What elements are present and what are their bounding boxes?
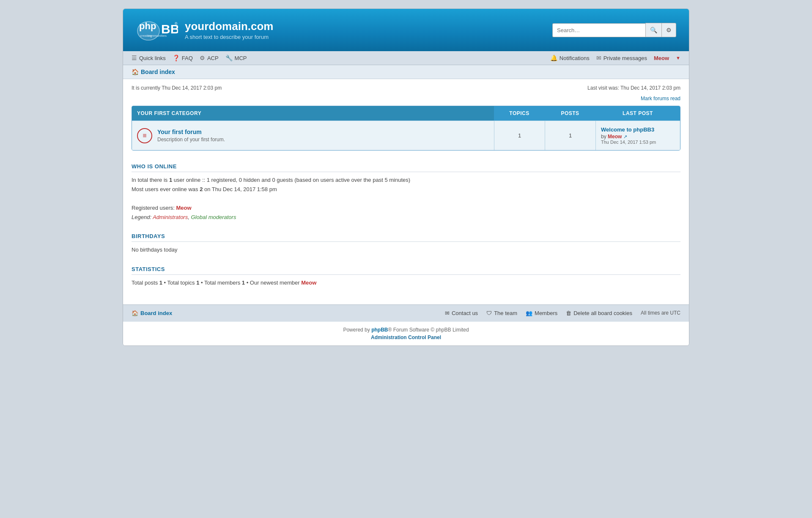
birthdays-heading: BIRTHDAYS <box>132 229 680 242</box>
newest-member[interactable]: Meow <box>301 280 316 286</box>
posts-count: 1 <box>569 132 572 139</box>
board-index-breadcrumb[interactable]: 🏠 Board index <box>132 69 680 75</box>
navbar-right: 🔔 Notifications ✉ Private messages Meow … <box>550 55 680 61</box>
faq-link[interactable]: ❓ FAQ <box>173 55 193 61</box>
forum-table: YOUR FIRST CATEGORY TOPICS POSTS LAST PO… <box>132 106 680 151</box>
last-post-cell: Welcome to phpBB3 by Meow ↗ Thu Dec 14, … <box>595 121 680 150</box>
dropdown-arrow-icon[interactable]: ▼ <box>676 55 680 60</box>
footer-links: ✉ Contact us 🛡 The team 👥 Members 🗑 Dele… <box>445 310 680 316</box>
who-is-online-section: WHO IS ONLINE In total there is 1 user o… <box>132 159 680 222</box>
by-label: by <box>601 134 606 140</box>
svg-text:php: php <box>139 21 156 31</box>
forum-icon: ≡ <box>137 128 152 143</box>
site-tagline: A short text to describe your forum <box>185 34 273 40</box>
header-logo-area: php creating communities BB ® yourdomain… <box>136 17 273 43</box>
total-posts: 1 <box>159 280 162 286</box>
private-messages-link[interactable]: ✉ Private messages <box>596 55 647 61</box>
footer-home-icon: 🏠 <box>132 310 138 316</box>
forum-details: Your first forum Description of your fir… <box>157 129 225 143</box>
phpbb-logo: php creating communities BB ® <box>136 17 178 43</box>
question-icon: ❓ <box>173 55 180 61</box>
posts-cell: 1 <box>545 121 595 150</box>
the-team-link[interactable]: 🛡 The team <box>486 310 517 316</box>
birthdays-content: No birthdays today <box>132 245 680 255</box>
quick-links-menu[interactable]: ☰ Quick links <box>132 55 166 61</box>
online-line1: In total there is 1 user online :: 1 reg… <box>132 175 680 185</box>
mark-forums-read-link[interactable]: Mark forums read <box>641 96 680 101</box>
registered-username[interactable]: Meow <box>176 205 192 211</box>
footer-bottom: Powered by phpBB® Forum Software © phpBB… <box>123 321 689 345</box>
username-display[interactable]: Meow <box>654 55 669 61</box>
envelope-icon: ✉ <box>596 55 601 61</box>
delete-cookies-link[interactable]: 🗑 Delete all board cookies <box>566 310 632 316</box>
gear-icon: ⚙ <box>200 55 205 61</box>
view-icon: ↗ <box>623 134 627 139</box>
who-is-online-content: In total there is 1 user online :: 1 reg… <box>132 175 680 222</box>
navigation-bar: ☰ Quick links ❓ FAQ ⚙ ACP 🔧 MCP 🔔 Notifi… <box>123 51 689 65</box>
posts-header: POSTS <box>545 106 595 121</box>
who-is-online-heading: WHO IS ONLINE <box>132 159 680 172</box>
envelope-icon: ✉ <box>445 310 450 316</box>
footer-board-index: 🏠 Board index <box>132 310 172 316</box>
timezone-display: All times are UTC <box>641 310 680 316</box>
total-members: 1 <box>242 280 245 286</box>
legend-line: Legend: Administrators, Global moderator… <box>132 213 680 222</box>
acp-link[interactable]: ⚙ ACP <box>200 55 219 61</box>
members-icon: 👥 <box>526 310 532 316</box>
registered-users-line: Registered users: Meow <box>132 203 680 213</box>
footer-board-index-link[interactable]: 🏠 Board index <box>132 310 172 316</box>
max-online: 2 <box>200 186 203 192</box>
category-name-header: YOUR FIRST CATEGORY <box>132 106 494 121</box>
site-title-area: yourdomain.com A short text to describe … <box>185 20 273 40</box>
search-input[interactable] <box>552 23 645 37</box>
members-link[interactable]: 👥 Members <box>526 310 557 316</box>
last-visit: Last visit was: Thu Dec 14, 2017 2:03 pm <box>587 85 680 91</box>
mcp-link[interactable]: 🔧 MCP <box>225 55 247 61</box>
forum-description: Description of your first forum. <box>157 137 225 143</box>
topics-cell: 1 <box>494 121 545 150</box>
svg-text:®: ® <box>175 22 178 26</box>
breadcrumb-bar: 🏠 Board index <box>123 65 689 79</box>
powered-by-text: Powered by <box>343 327 370 333</box>
main-content: It is currently Thu Dec 14, 2017 2:03 pm… <box>123 79 689 300</box>
search-button[interactable]: 🔍 <box>645 23 661 37</box>
shield-icon: 🛡 <box>486 310 492 316</box>
last-post-username[interactable]: Meow <box>608 134 622 140</box>
wrench-icon: 🔧 <box>225 55 233 61</box>
notifications-link[interactable]: 🔔 Notifications <box>550 55 590 61</box>
last-post-title[interactable]: Welcome to phpBB3 <box>601 126 654 133</box>
time-bar: It is currently Thu Dec 14, 2017 2:03 pm… <box>132 85 680 91</box>
moderators-legend: Global moderators <box>191 214 236 220</box>
last-post-date: Thu Dec 14, 2017 1:53 pm <box>601 140 656 145</box>
online-count: 1 <box>169 177 172 183</box>
site-header: php creating communities BB ® yourdomain… <box>123 9 689 51</box>
online-line2: Most users ever online was 2 on Thu Dec … <box>132 185 680 194</box>
advanced-search-button[interactable]: ⚙ <box>661 23 676 37</box>
hamburger-icon: ☰ <box>132 55 137 61</box>
administrators-legend: Administrators <box>153 214 188 220</box>
home-icon: 🏠 <box>132 69 139 75</box>
forum-row: ≡ Your first forum Description of your f… <box>132 121 680 150</box>
trash-icon: 🗑 <box>566 310 571 316</box>
statistics-content: Total posts 1 • Total topics 1 • Total m… <box>132 278 680 288</box>
bell-icon: 🔔 <box>550 55 557 61</box>
forum-table-header: YOUR FIRST CATEGORY TOPICS POSTS LAST PO… <box>132 106 680 121</box>
forum-name-link[interactable]: Your first forum <box>157 129 202 135</box>
navbar-left: ☰ Quick links ❓ FAQ ⚙ ACP 🔧 MCP <box>132 55 247 61</box>
footer-bar: 🏠 Board index ✉ Contact us 🛡 The team 👥 … <box>123 304 689 321</box>
current-time: It is currently Thu Dec 14, 2017 2:03 pm <box>132 85 222 91</box>
powered-suffix: ® Forum Software © phpBB Limited <box>388 327 469 333</box>
statistics-section: STATISTICS Total posts 1 • Total topics … <box>132 262 680 288</box>
topics-count: 1 <box>518 132 521 139</box>
search-area: 🔍 ⚙ <box>552 23 676 37</box>
birthdays-section: BIRTHDAYS No birthdays today <box>132 229 680 255</box>
last-post-header: LAST POST <box>595 106 680 121</box>
total-topics: 1 <box>196 280 199 286</box>
phpbb-link[interactable]: phpBB <box>371 327 388 333</box>
site-name: yourdomain.com <box>185 20 273 33</box>
contact-us-link[interactable]: ✉ Contact us <box>445 310 478 316</box>
topics-header: TOPICS <box>494 106 545 121</box>
forum-info-cell: ≡ Your first forum Description of your f… <box>132 121 494 150</box>
last-post-author-line: by Meow ↗ <box>601 134 627 140</box>
admin-panel-link[interactable]: Administration Control Panel <box>132 334 680 340</box>
